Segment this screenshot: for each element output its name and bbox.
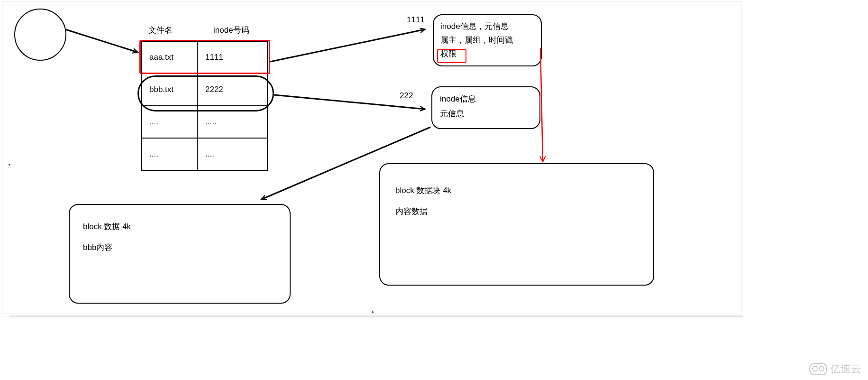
header-inode-number: inode号码 bbox=[213, 25, 249, 36]
block-left-line2: bbb内容 bbox=[83, 237, 276, 258]
arrow-label-222: 222 bbox=[400, 91, 413, 101]
block-right-line1: block 数据块 4k bbox=[395, 180, 638, 201]
highlight-first-row bbox=[139, 40, 270, 74]
inode1-line2: 属主，属组，时间戳 bbox=[440, 34, 534, 47]
inode2-line1: inode信息 bbox=[440, 92, 532, 107]
highlight-permission bbox=[437, 49, 466, 63]
page-shadow bbox=[9, 315, 743, 318]
table-row: .... .... bbox=[141, 138, 267, 170]
inode-info-box-2: inode信息 元信息 bbox=[431, 86, 540, 129]
inode1-line1: inode信息，元信息 bbox=[440, 20, 534, 34]
header-filename: 文件名 bbox=[148, 25, 173, 36]
inode2-line2: 元信息 bbox=[440, 107, 532, 121]
block-left: block 数据 4k bbb内容 bbox=[69, 204, 291, 304]
source-circle bbox=[14, 9, 66, 61]
watermark-cloud-icon bbox=[809, 363, 827, 375]
block-right-line2: 内容数据 bbox=[395, 201, 638, 222]
watermark-text: 亿速云 bbox=[830, 362, 861, 376]
cell-inode: .... bbox=[197, 138, 267, 170]
highlight-second-row bbox=[137, 75, 274, 111]
watermark: 亿速云 bbox=[809, 362, 861, 376]
edge-marker-dot bbox=[372, 311, 374, 313]
edge-marker-dot bbox=[9, 164, 10, 166]
arrow-label-1111: 1111 bbox=[407, 15, 425, 25]
block-right: block 数据块 4k 内容数据 bbox=[379, 163, 654, 286]
diagram-canvas: 文件名 inode号码 aaa.txt 1111 bbb.txt 2222 ..… bbox=[0, 0, 868, 380]
block-left-line1: block 数据 4k bbox=[83, 216, 276, 237]
cell-filename: .... bbox=[141, 138, 197, 170]
